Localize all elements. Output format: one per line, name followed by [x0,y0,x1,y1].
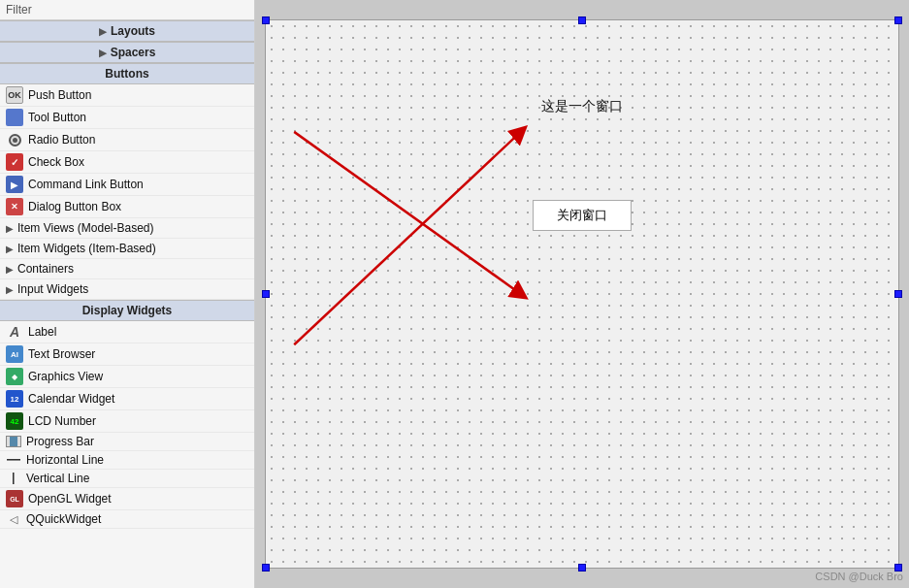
svg-line-3 [294,132,521,294]
tool-button-label: Tool Button [28,111,86,124]
sidebar-item-check-box[interactable]: ✓ Check Box [0,151,254,174]
sidebar-item-item-widgets[interactable]: ▶ Item Widgets (Item-Based) [0,239,254,259]
handle-bottom-left[interactable] [262,564,270,572]
buttons-label: Buttons [105,67,148,81]
sidebar-item-opengl-widget[interactable]: GL OpenGL Widget [0,488,254,510]
text-browser-label: Text Browser [28,347,95,361]
containers-chevron: ▶ [6,264,14,275]
widget-sidebar: Filter ▶ Layouts ▶ Spacers Buttons OK Pu… [0,0,255,588]
sidebar-item-lcd-number[interactable]: 42 LCD Number [0,410,254,433]
sidebar-item-label[interactable]: A Label [0,321,254,343]
sidebar-item-containers[interactable]: ▶ Containers [0,259,254,279]
label-item-label: Label [28,325,56,339]
handle-top-left[interactable] [262,16,270,24]
sidebar-item-dialog-button-box[interactable]: ✕ Dialog Button Box [0,196,254,218]
spacers-label: Spacers [111,46,156,59]
main-canvas-area: 这是一个窗口 关闭窗口 CSDN @Duck Br [255,0,909,588]
handle-top-middle[interactable] [578,16,586,24]
horizontal-line-label: Horizontal Line [26,453,104,467]
sidebar-item-item-views[interactable]: ▶ Item Views (Model-Based) [0,218,254,239]
sidebar-item-radio-button[interactable]: Radio Button [0,129,254,151]
form-label: 这是一个窗口 [541,98,623,115]
vertical-line-icon [6,472,21,485]
sidebar-item-qquick-widget[interactable]: ◁ QQuickWidget [0,510,254,529]
horizontal-line-icon [6,453,21,467]
sidebar-item-command-link-button[interactable]: ▶ Command Link Button [0,174,254,196]
text-browser-icon: AI [6,345,23,363]
watermark: CSDN @Duck Bro [815,571,903,582]
push-button-icon: OK [6,86,23,104]
calendar-widget-label: Calendar Widget [28,392,114,406]
item-widgets-chevron: ▶ [6,244,14,254]
layouts-chevron: ▶ [99,26,107,37]
sidebar-item-graphics-view[interactable]: ◆ Graphics View [0,366,254,388]
calendar-widget-icon: 12 [6,390,23,408]
sidebar-item-tool-button[interactable]: Tool Button [0,107,254,129]
vertical-line-label: Vertical Line [26,472,89,485]
progress-bar-label: Progress Bar [26,435,94,448]
command-link-button-label: Command Link Button [28,178,144,191]
qquick-widget-icon: ◁ [6,512,21,526]
label-icon: A [6,323,23,341]
sidebar-item-calendar-widget[interactable]: 12 Calendar Widget [0,388,254,410]
radio-button-label: Radio Button [28,133,95,147]
spacers-section-header[interactable]: ▶ Spacers [0,42,254,63]
svg-line-2 [294,132,521,344]
dialog-button-box-icon: ✕ [6,198,23,215]
item-views-chevron: ▶ [6,223,14,234]
sidebar-item-vertical-line[interactable]: Vertical Line [0,470,254,488]
radio-button-icon [6,131,23,148]
item-views-label: Item Views (Model-Based) [17,221,154,235]
sidebar-item-progress-bar[interactable]: Progress Bar [0,433,254,451]
sidebar-item-push-button[interactable]: OK Push Button [0,84,254,107]
display-widgets-section-header: Display Widgets [0,300,254,321]
graphics-view-label: Graphics View [28,370,103,383]
display-widgets-label: Display Widgets [82,304,173,317]
item-widgets-label: Item Widgets (Item-Based) [17,242,156,255]
command-link-button-icon: ▶ [6,176,23,193]
handle-middle-right[interactable] [894,290,902,298]
canvas-container: 这是一个窗口 关闭窗口 CSDN @Duck Br [255,0,909,588]
filter-bar: Filter [0,0,254,20]
handle-bottom-middle[interactable] [578,564,586,572]
filter-label: Filter [6,3,32,16]
layouts-section-header[interactable]: ▶ Layouts [0,20,254,42]
input-widgets-chevron: ▶ [6,284,14,295]
sidebar-item-input-widgets[interactable]: ▶ Input Widgets [0,279,254,300]
check-box-label: Check Box [28,155,84,169]
form-close-button[interactable]: 关闭窗口 [533,200,632,231]
spacers-chevron: ▶ [99,48,107,58]
form-widget[interactable]: 这是一个窗口 关闭窗口 [265,19,899,569]
push-button-label: Push Button [28,88,91,102]
lcd-number-label: LCD Number [28,414,96,428]
input-widgets-label: Input Widgets [17,282,88,296]
buttons-section-header: Buttons [0,63,254,84]
handle-middle-left[interactable] [262,290,270,298]
sidebar-item-text-browser[interactable]: AI Text Browser [0,343,254,366]
containers-label: Containers [17,262,74,276]
check-box-icon: ✓ [6,153,23,171]
progress-bar-icon [6,436,21,447]
lcd-number-icon: 42 [6,412,23,430]
qquick-widget-label: QQuickWidget [26,512,101,526]
sidebar-item-horizontal-line[interactable]: Horizontal Line [0,451,254,470]
opengl-widget-label: OpenGL Widget [28,492,112,506]
opengl-widget-icon: GL [6,490,23,507]
graphics-view-icon: ◆ [6,368,23,385]
dialog-button-box-label: Dialog Button Box [28,200,121,213]
layouts-label: Layouts [111,24,155,38]
tool-button-icon [6,109,23,126]
handle-top-right[interactable] [894,16,902,24]
